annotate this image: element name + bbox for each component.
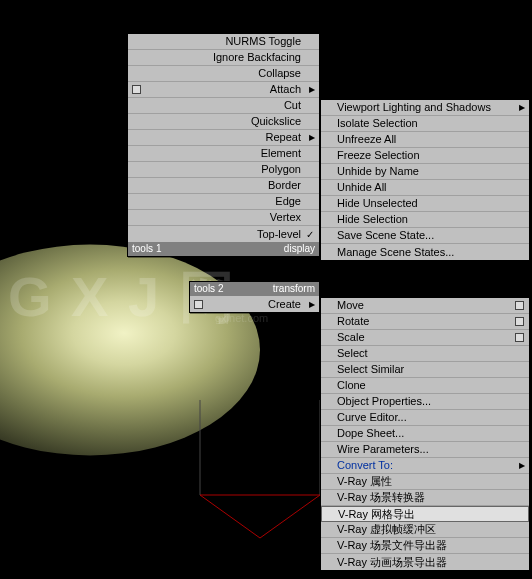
menu-item-label: Wire Parameters... [337,442,429,457]
menu-item[interactable]: Unhide All [321,180,529,196]
menu-item-label: Quickslice [251,114,301,129]
menu-item-label: Top-level [257,227,301,242]
menu-item-label: Save Scene State... [337,228,434,243]
menu-item[interactable]: Edge [128,194,319,210]
menu-item[interactable]: Top-level [128,226,319,242]
quad-footer-tools2: tools 2 transform [190,282,319,296]
menu-item-label: Repeat [266,130,301,145]
menu-item-label: Select [337,346,368,361]
menu-item-label: Attach [270,82,301,97]
menu-item[interactable]: Create [190,296,319,312]
menu-item[interactable]: V-Ray 场景转换器 [321,490,529,506]
footer-left-label: tools 2 [194,282,223,296]
quad-footer-tools1: tools 1 display [128,242,319,256]
menu-item[interactable]: Viewport Lighting and Shadows [321,100,529,116]
menu-item-label: Convert To: [337,458,393,473]
menu-item[interactable]: Clone [321,378,529,394]
menu-item[interactable]: NURMS Toggle [128,34,319,50]
menu-item[interactable]: Freeze Selection [321,148,529,164]
menu-item[interactable]: Dope Sheet... [321,426,529,442]
menu-item-label: Viewport Lighting and Shadows [337,100,491,115]
menu-item[interactable]: Scale [321,330,529,346]
svg-line-4 [260,495,320,538]
menu-item-label: Dope Sheet... [337,426,404,441]
menu-item-label: Ignore Backfacing [213,50,301,65]
menu-item[interactable]: Select Similar [321,362,529,378]
menu-item[interactable]: Move [321,298,529,314]
menu-item-label: V-Ray 网格导出 [338,507,415,522]
menu-item-label: Object Properties... [337,394,431,409]
menu-item[interactable]: Border [128,178,319,194]
menu-item[interactable]: Element [128,146,319,162]
menu-item-label: Collapse [258,66,301,81]
menu-item[interactable]: Unfreeze All [321,132,529,148]
menu-item-label: Polygon [261,162,301,177]
menu-item[interactable]: Ignore Backfacing [128,50,319,66]
menu-item-label: Element [261,146,301,161]
watermark-url: gxjnet.com [215,312,268,324]
footer-right-label: display [284,242,315,256]
menu-item[interactable]: Object Properties... [321,394,529,410]
menu-item[interactable]: V-Ray 网格导出 [321,506,529,522]
menu-item[interactable]: Attach [128,82,319,98]
menu-item[interactable]: Curve Editor... [321,410,529,426]
menu-item-label: Manage Scene States... [337,245,454,260]
menu-item[interactable]: Cut [128,98,319,114]
menu-item-label: V-Ray 动画场景导出器 [337,555,447,570]
quad-menu-transform: MoveRotateScaleSelectSelect SimilarClone… [320,297,530,571]
menu-item[interactable]: Collapse [128,66,319,82]
menu-item[interactable]: Polygon [128,162,319,178]
menu-item[interactable]: Repeat [128,130,319,146]
menu-item-label: Vertex [270,210,301,225]
menu-item-label: Move [337,298,364,313]
menu-item-label: NURMS Toggle [225,34,301,49]
menu-item[interactable]: Quickslice [128,114,319,130]
menu-item-label: Scale [337,330,365,345]
menu-item[interactable]: Manage Scene States... [321,244,529,260]
menu-item[interactable]: Isolate Selection [321,116,529,132]
menu-item[interactable]: Hide Selection [321,212,529,228]
menu-item-label: Unhide All [337,180,387,195]
menu-item-label: V-Ray 属性 [337,474,392,489]
menu-item-label: Create [268,297,301,312]
quad-menu-display: Viewport Lighting and ShadowsIsolate Sel… [320,99,530,261]
footer-left-label: tools 1 [132,242,161,256]
menu-item[interactable]: Hide Unselected [321,196,529,212]
menu-item-label: Cut [284,98,301,113]
menu-item-label: Unhide by Name [337,164,419,179]
footer-right-label: transform [273,282,315,296]
menu-item-label: V-Ray 虚拟帧缓冲区 [337,522,436,537]
menu-item-label: Select Similar [337,362,404,377]
menu-item-label: V-Ray 场景文件导出器 [337,538,447,553]
quad-menu-tools1: NURMS ToggleIgnore BackfacingCollapseAtt… [127,33,320,257]
menu-item[interactable]: V-Ray 场景文件导出器 [321,538,529,554]
menu-item[interactable]: V-Ray 虚拟帧缓冲区 [321,522,529,538]
menu-item[interactable]: Save Scene State... [321,228,529,244]
menu-item-label: Curve Editor... [337,410,407,425]
svg-line-3 [200,495,260,538]
menu-item[interactable]: V-Ray 动画场景导出器 [321,554,529,570]
menu-item-label: Freeze Selection [337,148,420,163]
menu-item-label: Hide Unselected [337,196,418,211]
menu-item[interactable]: V-Ray 属性 [321,474,529,490]
menu-item-label: Edge [275,194,301,209]
menu-item-label: Hide Selection [337,212,408,227]
menu-item-label: V-Ray 场景转换器 [337,490,425,505]
menu-item[interactable]: Convert To: [321,458,529,474]
menu-item[interactable]: Vertex [128,210,319,226]
menu-item[interactable]: Select [321,346,529,362]
menu-item-label: Clone [337,378,366,393]
menu-item-label: Unfreeze All [337,132,396,147]
menu-item[interactable]: Wire Parameters... [321,442,529,458]
menu-item-label: Rotate [337,314,369,329]
menu-item-label: Isolate Selection [337,116,418,131]
menu-item-label: Border [268,178,301,193]
menu-item[interactable]: Rotate [321,314,529,330]
quad-menu-tools2: tools 2 transform Create [189,281,320,313]
menu-item[interactable]: Unhide by Name [321,164,529,180]
